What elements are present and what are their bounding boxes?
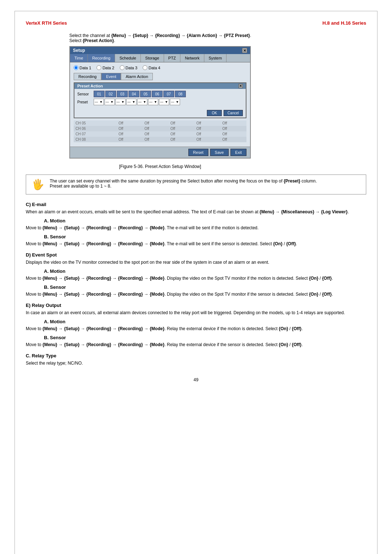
sub-heading: A. Motion [44,268,366,274]
sensor-06[interactable]: 06 [152,91,163,97]
channel-table: CH 05OffOffOffOffOffCH 06OffOffOffOffOff… [74,120,246,142]
preset-dd-2[interactable]: —▼ [105,99,115,105]
preset-grid: Sensor 01 02 03 04 05 06 07 08 Preset —▼ [74,89,246,108]
preset-dd-1[interactable]: —▼ [94,99,104,105]
tab-recording[interactable]: Recording [88,54,115,62]
figure-caption: [Figure 5-36. Preset Action Setup Window… [69,164,251,169]
data2-radio[interactable]: Data 2 [97,65,114,70]
sub-heading: B. Sensor [44,234,366,239]
setup-title: Setup [73,48,85,53]
section-heading-c-relay-type: C. Relay Type [26,353,366,358]
table-row: CH 05OffOffOffOffOff [74,120,246,126]
section-body-e-relay-output: In case an alarm or an event occurs, all… [26,309,366,316]
sub-heading: B. Sensor [44,335,366,340]
preset-dd-7[interactable]: —▼ [159,99,169,105]
tab-storage[interactable]: Storage [141,54,164,62]
table-row: CH 07OffOffOffOffOff [74,131,246,137]
setup-tabs: Time Recording Schedule Storage PTZ Netw… [70,54,250,62]
intro-text: Select the channel at {Menu} → {Setup} →… [69,33,366,43]
section-body-d-event-spot: Displays the video on the TV monitor con… [26,259,366,266]
sub-tab-recording[interactable]: Recording [74,73,101,80]
preset-btn-row: OK Cancel [74,108,246,118]
setup-close-button[interactable]: ✕ [242,48,247,53]
sub-body: Move to {Menu} → {Setup} → {Recording} →… [26,241,366,247]
setup-body: Data 1 Data 2 Data 3 Data 4 Recording Ev… [70,62,250,147]
sub-body: Move to {Menu} → {Setup} → {Recording} →… [26,325,366,332]
info-box: 🖐 The user can set every channel with th… [26,175,366,194]
sub-tabs: Recording Event Alarm Action [74,73,246,80]
setup-titlebar: Setup ✕ [70,47,250,54]
preset-sensor-row: Sensor 01 02 03 04 05 06 07 08 [77,91,243,97]
sub-body: Move to {Menu} → {Setup} → {Recording} →… [26,291,366,297]
section-heading-d-event-spot: D) Event Spot [26,252,366,258]
tab-network[interactable]: Network [180,54,204,62]
sections-container: C) E-mailWhen an alarm or an event occur… [26,202,366,366]
preset-dd-4[interactable]: —▼ [126,99,136,105]
sub-body: Move to {Menu} → {Setup} → {Recording} →… [26,275,366,282]
tab-ptz[interactable]: PTZ [164,54,181,62]
preset-dialog: Preset Action ✕ Sensor 01 02 03 04 05 06… [74,82,246,118]
sensor-01[interactable]: 01 [94,91,105,97]
sub-heading: A. Motion [44,319,366,324]
preset-close-button[interactable]: ✕ [238,84,243,88]
section-heading-e-relay-output: E) Relay Output [26,303,366,308]
table-row: CH 06OffOffOffOffOff [74,126,246,131]
preset-ok-button[interactable]: OK [207,110,221,116]
sensor-08[interactable]: 08 [175,91,186,97]
data1-radio[interactable]: Data 1 [74,65,91,70]
sensor-03[interactable]: 03 [117,91,128,97]
data4-radio[interactable]: Data 4 [143,65,160,70]
sensor-label: Sensor [77,92,94,96]
tab-time[interactable]: Time [70,54,88,62]
sensor-02[interactable]: 02 [105,91,116,97]
save-button[interactable]: Save [210,149,229,156]
preset-dd-5[interactable]: —▼ [137,99,147,105]
sensor-04[interactable]: 04 [128,91,139,97]
section-body-c-email: When an alarm or an event occurs, emails… [26,209,366,215]
header-right: H.8 and H.16 Series [322,20,366,26]
sub-heading: A. Motion [44,218,366,223]
section-body-c-relay-type: Select the relay type; NC/NO. [26,360,366,366]
reset-button[interactable]: Reset [188,149,208,156]
preset-cancel-button[interactable]: Cancel [224,110,243,116]
sub-tab-event[interactable]: Event [101,73,121,80]
preset-dd-3[interactable]: —▼ [115,99,126,105]
tab-schedule[interactable]: Schedule [115,54,141,62]
preset-preset-row: Preset —▼ —▼ —▼ —▼ —▼ —▼ —▼ —▼ [77,99,243,105]
sub-tab-alarm-action[interactable]: Alarm Action [121,73,153,80]
sensor-05[interactable]: 05 [140,91,151,97]
sub-heading: B. Sensor [44,284,366,290]
info-icon: 🖐 [32,178,44,190]
preset-label: Preset [77,100,94,104]
data-row: Data 1 Data 2 Data 3 Data 4 [74,65,246,70]
tab-system[interactable]: System [204,54,227,62]
page-number: 49 [26,377,366,382]
setup-footer: Reset Save Exit [70,147,250,158]
sensor-07[interactable]: 07 [163,91,174,97]
section-heading-c-email: C) E-mail [26,202,366,207]
intro-line1: Select the channel at {Menu} → {Setup} →… [69,33,366,38]
table-row: CH 08OffOffOffOffOff [74,137,246,142]
info-text: The user can set every channel with the … [50,178,317,189]
header-left: VerteX RTH Series [26,20,67,26]
sub-body: Move to {Menu} → {Setup} → {Recording} →… [26,225,366,231]
data3-radio[interactable]: Data 3 [120,65,137,70]
preset-dd-8[interactable]: —▼ [170,99,180,105]
preset-title: Preset Action [77,84,103,88]
setup-window: Setup ✕ Time Recording Schedule Storage … [69,46,251,159]
exit-button[interactable]: Exit [230,149,246,156]
page-header: VerteX RTH Series H.8 and H.16 Series [26,20,366,26]
intro-line2: Select {Preset Action}. [69,38,366,43]
preset-dd-6[interactable]: —▼ [148,99,158,105]
sub-body: Move to {Menu} → {Setup} → {Recording} →… [26,341,366,348]
preset-titlebar: Preset Action ✕ [74,83,246,89]
